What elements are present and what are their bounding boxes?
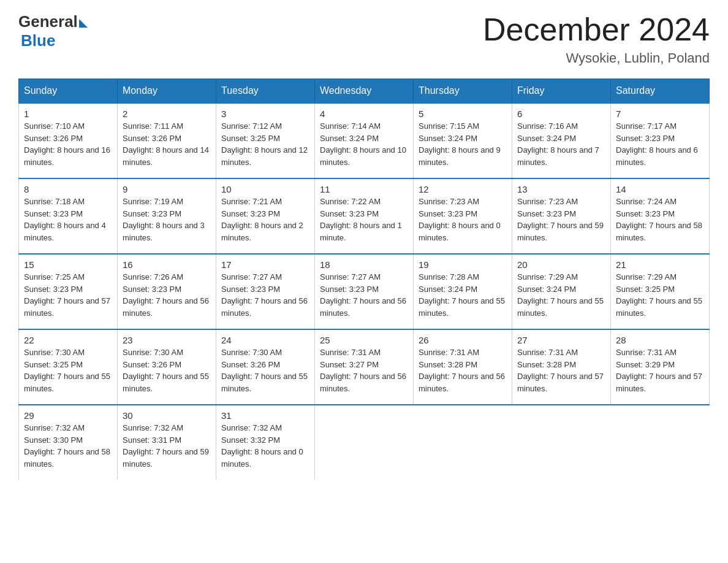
- day-info: Sunrise: 7:21 AM Sunset: 3:23 PM Dayligh…: [221, 196, 309, 243]
- table-row: 5 Sunrise: 7:15 AM Sunset: 3:24 PM Dayli…: [414, 103, 512, 178]
- daylight-label: Daylight: 7 hours and 56 minutes.: [221, 296, 308, 318]
- day-info: Sunrise: 7:24 AM Sunset: 3:23 PM Dayligh…: [616, 196, 704, 243]
- table-row: 8 Sunrise: 7:18 AM Sunset: 3:23 PM Dayli…: [19, 178, 118, 254]
- calendar-body: 1 Sunrise: 7:10 AM Sunset: 3:26 PM Dayli…: [19, 103, 710, 480]
- day-info: Sunrise: 7:31 AM Sunset: 3:27 PM Dayligh…: [320, 347, 408, 394]
- sunrise-label: Sunrise: 7:31 AM: [517, 348, 578, 357]
- sunrise-label: Sunrise: 7:26 AM: [123, 272, 183, 282]
- day-number: 10: [221, 184, 309, 194]
- sunset-label: Sunset: 3:28 PM: [517, 360, 576, 369]
- day-info: Sunrise: 7:31 AM Sunset: 3:28 PM Dayligh…: [517, 347, 605, 394]
- sunset-label: Sunset: 3:25 PM: [24, 360, 83, 369]
- daylight-label: Daylight: 7 hours and 55 minutes.: [123, 372, 209, 393]
- day-number: 22: [24, 335, 112, 345]
- table-row: 13 Sunrise: 7:23 AM Sunset: 3:23 PM Dayl…: [512, 178, 611, 254]
- sunrise-label: Sunrise: 7:31 AM: [320, 348, 381, 357]
- logo-text: General: [18, 12, 88, 31]
- logo-general: General: [18, 12, 78, 31]
- day-info: Sunrise: 7:32 AM Sunset: 3:30 PM Dayligh…: [24, 422, 112, 470]
- col-monday: Monday: [118, 79, 216, 104]
- daylight-label: Daylight: 7 hours and 59 minutes.: [517, 221, 604, 242]
- daylight-label: Daylight: 7 hours and 58 minutes.: [616, 221, 702, 242]
- table-row: 26 Sunrise: 7:31 AM Sunset: 3:28 PM Dayl…: [414, 329, 512, 405]
- day-info: Sunrise: 7:12 AM Sunset: 3:25 PM Dayligh…: [221, 120, 309, 168]
- table-row: 14 Sunrise: 7:24 AM Sunset: 3:23 PM Dayl…: [611, 178, 710, 254]
- title-section: December 2024 Wysokie, Lublin, Poland: [483, 12, 710, 66]
- daylight-label: Daylight: 8 hours and 2 minutes.: [221, 221, 303, 242]
- table-row: [414, 405, 512, 480]
- sunrise-label: Sunrise: 7:12 AM: [221, 121, 282, 131]
- daylight-label: Daylight: 8 hours and 6 minutes.: [616, 145, 698, 167]
- calendar-title: December 2024: [483, 12, 710, 47]
- day-info: Sunrise: 7:27 AM Sunset: 3:23 PM Dayligh…: [221, 271, 309, 319]
- sunrise-label: Sunrise: 7:30 AM: [221, 348, 282, 357]
- day-number: 12: [419, 184, 507, 194]
- sunrise-label: Sunrise: 7:30 AM: [123, 348, 183, 357]
- sunrise-label: Sunrise: 7:27 AM: [221, 272, 282, 282]
- daylight-label: Daylight: 8 hours and 3 minutes.: [123, 221, 205, 242]
- sunrise-label: Sunrise: 7:22 AM: [320, 197, 381, 206]
- daylight-label: Daylight: 7 hours and 56 minutes.: [320, 372, 406, 393]
- daylight-label: Daylight: 7 hours and 56 minutes.: [419, 372, 505, 393]
- sunset-label: Sunset: 3:26 PM: [24, 134, 83, 143]
- day-number: 14: [616, 184, 704, 194]
- sunrise-label: Sunrise: 7:32 AM: [24, 423, 85, 432]
- sunset-label: Sunset: 3:23 PM: [320, 209, 379, 218]
- sunrise-label: Sunrise: 7:27 AM: [320, 272, 381, 282]
- daylight-label: Daylight: 8 hours and 16 minutes.: [24, 145, 110, 167]
- week-row-3: 15 Sunrise: 7:25 AM Sunset: 3:23 PM Dayl…: [19, 254, 710, 329]
- sunrise-label: Sunrise: 7:10 AM: [24, 121, 85, 131]
- daylight-label: Daylight: 7 hours and 55 minutes.: [221, 372, 308, 393]
- table-row: 4 Sunrise: 7:14 AM Sunset: 3:24 PM Dayli…: [315, 103, 414, 178]
- sunset-label: Sunset: 3:29 PM: [616, 360, 675, 369]
- sunset-label: Sunset: 3:23 PM: [24, 285, 83, 294]
- sunset-label: Sunset: 3:24 PM: [517, 285, 576, 294]
- day-info: Sunrise: 7:15 AM Sunset: 3:24 PM Dayligh…: [419, 120, 507, 168]
- day-info: Sunrise: 7:32 AM Sunset: 3:32 PM Dayligh…: [221, 422, 309, 470]
- day-number: 7: [616, 109, 704, 119]
- daylight-label: Daylight: 8 hours and 9 minutes.: [419, 145, 501, 167]
- day-number: 25: [320, 335, 408, 345]
- table-row: 6 Sunrise: 7:16 AM Sunset: 3:24 PM Dayli…: [512, 103, 611, 178]
- sunset-label: Sunset: 3:23 PM: [517, 209, 576, 218]
- day-number: 17: [221, 259, 309, 270]
- week-row-2: 8 Sunrise: 7:18 AM Sunset: 3:23 PM Dayli…: [19, 178, 710, 254]
- table-row: [512, 405, 611, 480]
- day-number: 24: [221, 335, 309, 345]
- day-info: Sunrise: 7:32 AM Sunset: 3:31 PM Dayligh…: [123, 422, 211, 470]
- header-row: Sunday Monday Tuesday Wednesday Thursday…: [19, 79, 710, 104]
- day-number: 13: [517, 184, 605, 194]
- daylight-label: Daylight: 7 hours and 57 minutes.: [24, 296, 110, 318]
- day-number: 1: [24, 109, 112, 119]
- daylight-label: Daylight: 8 hours and 4 minutes.: [24, 221, 106, 242]
- sunrise-label: Sunrise: 7:15 AM: [419, 121, 479, 131]
- sunset-label: Sunset: 3:32 PM: [221, 435, 280, 445]
- week-row-5: 29 Sunrise: 7:32 AM Sunset: 3:30 PM Dayl…: [19, 405, 710, 480]
- table-row: 29 Sunrise: 7:32 AM Sunset: 3:30 PM Dayl…: [19, 405, 118, 480]
- day-info: Sunrise: 7:30 AM Sunset: 3:26 PM Dayligh…: [123, 347, 211, 394]
- sunset-label: Sunset: 3:25 PM: [616, 285, 675, 294]
- table-row: 23 Sunrise: 7:30 AM Sunset: 3:26 PM Dayl…: [118, 329, 216, 405]
- day-number: 26: [419, 335, 507, 345]
- day-info: Sunrise: 7:16 AM Sunset: 3:24 PM Dayligh…: [517, 120, 605, 168]
- daylight-label: Daylight: 7 hours and 55 minutes.: [616, 296, 702, 318]
- daylight-label: Daylight: 8 hours and 0 minutes.: [221, 447, 303, 469]
- day-info: Sunrise: 7:25 AM Sunset: 3:23 PM Dayligh…: [24, 271, 112, 319]
- table-row: 17 Sunrise: 7:27 AM Sunset: 3:23 PM Dayl…: [216, 254, 315, 329]
- day-info: Sunrise: 7:29 AM Sunset: 3:24 PM Dayligh…: [517, 271, 605, 319]
- sunset-label: Sunset: 3:24 PM: [517, 134, 576, 143]
- sunset-label: Sunset: 3:30 PM: [24, 435, 83, 445]
- daylight-label: Daylight: 8 hours and 7 minutes.: [517, 145, 599, 167]
- sunset-label: Sunset: 3:24 PM: [419, 134, 477, 143]
- day-info: Sunrise: 7:23 AM Sunset: 3:23 PM Dayligh…: [517, 196, 605, 243]
- sunset-label: Sunset: 3:23 PM: [123, 285, 181, 294]
- daylight-label: Daylight: 7 hours and 55 minutes.: [517, 296, 604, 318]
- col-tuesday: Tuesday: [216, 79, 315, 104]
- daylight-label: Daylight: 8 hours and 10 minutes.: [320, 145, 406, 167]
- daylight-label: Daylight: 8 hours and 0 minutes.: [419, 221, 501, 242]
- daylight-label: Daylight: 8 hours and 12 minutes.: [221, 145, 308, 167]
- table-row: 3 Sunrise: 7:12 AM Sunset: 3:25 PM Dayli…: [216, 103, 315, 178]
- col-friday: Friday: [512, 79, 611, 104]
- day-info: Sunrise: 7:14 AM Sunset: 3:24 PM Dayligh…: [320, 120, 408, 168]
- day-number: 5: [419, 109, 507, 119]
